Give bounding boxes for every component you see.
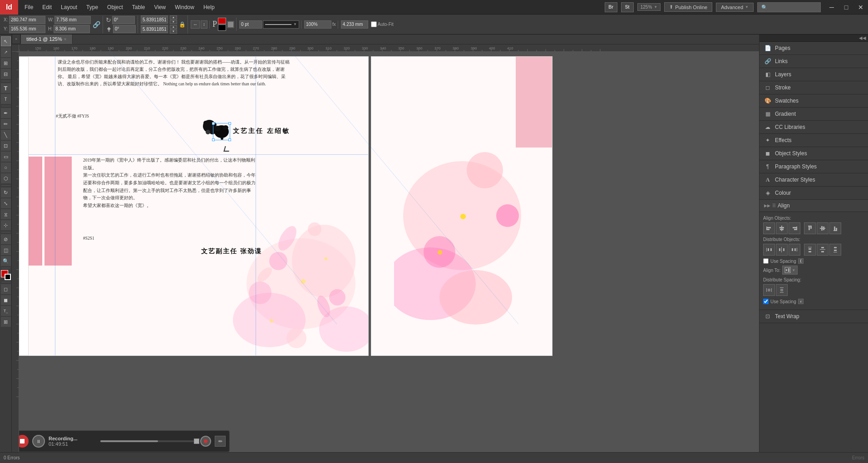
scale-tool[interactable]: ⤡	[1, 198, 11, 208]
recording-pause-button[interactable]: ⏸	[32, 435, 45, 448]
dist-center-h-btn[interactable]	[776, 244, 788, 256]
w-input[interactable]	[54, 16, 91, 24]
gap-tool[interactable]: ⊟	[1, 69, 11, 79]
menu-window[interactable]: Window	[170, 0, 199, 14]
menu-table[interactable]: Table	[128, 0, 150, 14]
menu-file[interactable]: File	[20, 0, 38, 14]
maximize-button[interactable]: □	[839, 0, 853, 15]
align-header[interactable]: ▶▶ ☰ Align	[760, 200, 868, 212]
align-bottom-btn[interactable]	[829, 222, 841, 234]
scale-x-input[interactable]	[141, 15, 168, 24]
stroke-header[interactable]: ◻ Stroke	[760, 81, 868, 94]
eyedropper-tool[interactable]: ⊘	[1, 234, 11, 244]
panel-expand-icon[interactable]: ◀◀	[859, 35, 866, 40]
links-header[interactable]: 🔗 Links	[760, 55, 868, 68]
pen-tool[interactable]: ✒	[1, 108, 11, 118]
line-tool[interactable]: ╲	[1, 130, 11, 140]
cc-libraries-header[interactable]: ☁ CC Libraries	[760, 121, 868, 133]
stroke-indicator[interactable]	[5, 274, 11, 280]
menu-object[interactable]: Object	[103, 0, 128, 14]
ellipse-tool[interactable]: ○	[1, 163, 11, 172]
h-input[interactable]	[54, 25, 90, 33]
normal-view-btn[interactable]: ◻	[1, 284, 11, 294]
dist-space-h-btn[interactable]	[763, 284, 775, 296]
gradient-tool[interactable]: ◫	[1, 245, 11, 255]
zoom-chevron-icon[interactable]: ▼	[654, 5, 657, 9]
align-right-btn[interactable]	[789, 222, 800, 234]
layers-header[interactable]: ◧ Layers	[760, 68, 868, 81]
menu-type[interactable]: Type	[82, 0, 103, 14]
character-styles-header[interactable]: A Character Styles	[760, 173, 868, 186]
spacing-input-1[interactable]	[798, 258, 804, 264]
type-tool-2[interactable]: T_	[1, 306, 11, 316]
menu-view[interactable]: View	[149, 0, 170, 14]
scale-up-btn[interactable]: ▲	[170, 15, 177, 20]
spacing-input-2[interactable]	[798, 299, 804, 304]
use-spacing-checkbox-1[interactable]	[763, 258, 769, 264]
scale-y-up-btn[interactable]: ▲	[170, 25, 177, 29]
dist-top-btn[interactable]	[804, 244, 816, 256]
x-input[interactable]	[9, 16, 45, 24]
stroke-weight-input[interactable]	[239, 20, 262, 29]
preview-mode-btn[interactable]: ◼	[1, 295, 11, 305]
bridge-button[interactable]: Br	[605, 2, 617, 12]
free-transform-tool[interactable]: ⊹	[1, 220, 11, 230]
colour-header[interactable]: ◈ Colour	[760, 187, 868, 199]
link-proportional-icon[interactable]: 🔗	[92, 21, 101, 28]
dist-bottom-btn[interactable]	[829, 244, 841, 256]
close-tab-icon[interactable]: ×	[12, 34, 20, 44]
publish-online-button[interactable]: ⬆ Publish Online	[664, 2, 712, 12]
fill-color-box[interactable]	[218, 25, 226, 31]
use-spacing-checkbox-2[interactable]	[763, 299, 769, 304]
flip-v-btn[interactable]: ↕	[201, 20, 207, 29]
menu-help[interactable]: Help	[199, 0, 219, 14]
align-panel-menu-icon[interactable]: ☰	[772, 203, 776, 208]
gradient-header[interactable]: ▦ Gradient	[760, 108, 868, 120]
dist-right-btn[interactable]	[789, 244, 800, 256]
page-tool[interactable]: ⊞	[1, 58, 11, 68]
pencil-tool[interactable]: ✏	[1, 119, 11, 129]
align-left-btn[interactable]	[763, 222, 775, 234]
stroke-color2-box[interactable]	[227, 21, 234, 28]
align-panel-arrows-icon[interactable]: ▶▶	[764, 203, 770, 208]
scale-y-down-btn[interactable]: ▼	[170, 30, 177, 34]
rotation-input[interactable]	[112, 16, 135, 24]
progress-thumb[interactable]	[194, 438, 199, 444]
align-center-v-btn[interactable]	[817, 222, 829, 234]
object-styles-header[interactable]: ◼ Object Styles	[760, 147, 868, 160]
pages-header[interactable]: 📄 Pages	[760, 42, 868, 54]
scale-down-btn[interactable]: ▼	[170, 20, 177, 24]
recording-pen-button[interactable]: ✏	[215, 436, 226, 447]
recording-record-button[interactable]	[200, 436, 211, 447]
align-top-btn[interactable]	[804, 222, 816, 234]
frame-edges-btn[interactable]: ⊞	[1, 317, 11, 327]
search-input[interactable]	[757, 2, 821, 12]
polygon-tool[interactable]: ⬡	[1, 173, 11, 183]
paragraph-styles-header[interactable]: ¶ Paragraph Styles	[760, 160, 868, 173]
doc-tab-titled1[interactable]: titled-1 @ 125% ×	[20, 34, 72, 44]
dist-left-btn[interactable]	[763, 244, 775, 256]
rotate-tool[interactable]: ↻	[1, 187, 11, 197]
shear-tool[interactable]: ⧖	[1, 209, 11, 219]
rectangle-frame-tool[interactable]: ⊡	[1, 141, 11, 151]
shear-input[interactable]	[113, 25, 136, 33]
lock-scale-icon[interactable]: 🔒	[179, 21, 186, 28]
align-center-h-btn[interactable]	[776, 222, 788, 234]
close-button[interactable]: ✕	[853, 0, 868, 15]
y-input[interactable]	[9, 25, 45, 33]
menu-layout[interactable]: Layout	[56, 0, 82, 14]
type-on-path-tool[interactable]: Ｔ	[1, 94, 11, 104]
doc-tab-close-icon[interactable]: ×	[64, 37, 67, 42]
stroke-type-select[interactable]: ▼	[263, 20, 299, 29]
text-wrap-header[interactable]: ⊡ Text Wrap	[760, 310, 868, 323]
selection-tool[interactable]: ↖	[1, 36, 11, 46]
stroke-color-box[interactable]	[218, 18, 226, 24]
flip-h-btn[interactable]: ↔	[191, 20, 200, 29]
menu-edit[interactable]: Edit	[38, 0, 56, 14]
effects-header[interactable]: ✦ Effects	[760, 134, 868, 147]
rectangle-tool[interactable]: ▭	[1, 152, 11, 162]
minimize-button[interactable]: ─	[824, 0, 839, 15]
align-to-select[interactable]: ▼	[782, 266, 798, 275]
type-tool[interactable]: T	[1, 83, 11, 93]
opacity-input[interactable]	[304, 20, 331, 29]
